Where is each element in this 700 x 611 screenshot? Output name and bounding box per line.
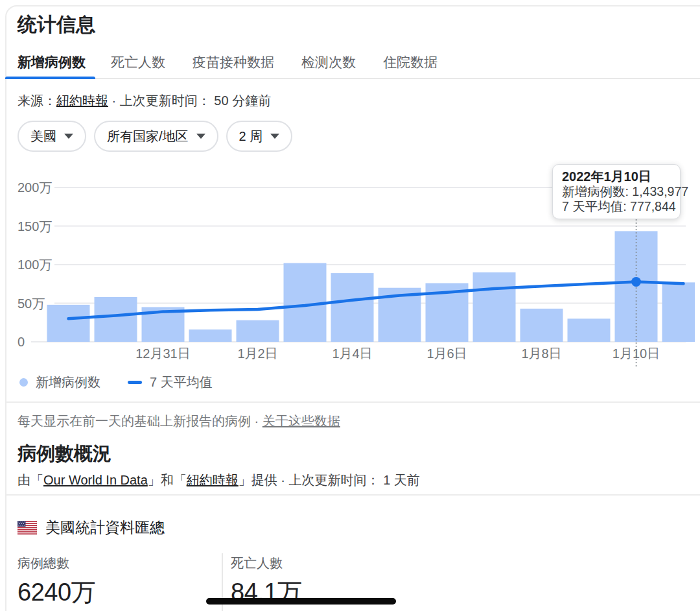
us-flag-icon <box>18 521 37 534</box>
tab-label: 死亡人数 <box>111 53 165 71</box>
source-line: 来源：紐約時報 · 上次更新时间： 50 分鐘前 <box>18 92 271 110</box>
provider-text: 」和「 <box>148 473 187 487</box>
seven-day-avg-legend-label: 7 天平均值 <box>150 374 213 391</box>
y-axis-label: 50万 <box>18 296 45 311</box>
cases-overview-title: 病例數概況 <box>18 441 111 467</box>
chevron-down-icon <box>64 134 73 139</box>
period-filter-dropdown[interactable]: 2 周 <box>226 121 293 152</box>
y-axis-label: 100万 <box>18 258 52 272</box>
nyt-link[interactable]: 紐約時報 <box>187 473 239 487</box>
source-label: 来源： <box>18 93 56 108</box>
country-filter-dropdown[interactable]: 美國 <box>18 121 86 152</box>
provider-text: 由「 <box>18 473 43 487</box>
tab-vaccinations[interactable]: 疫苗接种数据 <box>181 45 286 79</box>
region-filter-dropdown[interactable]: 所有国家/地区 <box>94 121 218 152</box>
provider-text: 」提供 · 上次更新时间： 1 天前 <box>239 473 420 487</box>
source-link[interactable]: 紐約時報 <box>56 93 108 108</box>
bar-9[interactable] <box>473 272 516 342</box>
x-axis-label: 1月2日 <box>237 346 277 361</box>
source-updated: · 上次更新时间： 50 分鐘前 <box>108 93 271 108</box>
summary-header: 美國統計資料匯總 <box>18 518 165 538</box>
bar-1[interactable] <box>95 297 137 342</box>
seven-day-avg-legend-swatch <box>128 381 142 384</box>
chart-footnote: 每天显示在前一天的基础上新报告的病例 · 关于这些数据 <box>18 413 340 430</box>
tooltip-new-cases: 新增病例数: 1,433,977 <box>562 184 671 199</box>
total-cases-stat: 病例總數 6240万 +76.8万 <box>18 555 95 611</box>
x-axis-label: 1月4日 <box>332 346 372 361</box>
summary-title: 美國統計資料匯總 <box>45 518 165 538</box>
x-axis-label: 1月6日 <box>426 346 467 361</box>
bar-11[interactable] <box>568 318 611 342</box>
bar-0[interactable] <box>47 305 90 342</box>
period-filter-value: 2 周 <box>239 128 263 145</box>
region-filter-value: 所有国家/地区 <box>107 128 189 145</box>
y-axis-label: 150万 <box>18 219 52 234</box>
tab-label: 住院数据 <box>383 53 438 71</box>
country-filter-value: 美國 <box>30 128 56 145</box>
tooltip-seven-day-avg: 7 天平均值: 777,844 <box>562 199 671 214</box>
y-axis-label: 200万 <box>18 180 52 195</box>
tab-tests[interactable]: 检测次数 <box>290 45 368 79</box>
tab-deaths[interactable]: 死亡人数 <box>99 45 177 79</box>
provider-line: 由「Our World In Data」和「紐約時報」提供 · 上次更新时间： … <box>18 472 420 489</box>
seven-day-average-line <box>69 282 684 318</box>
y-axis-label: 0 <box>18 335 25 349</box>
section-divider <box>5 494 700 496</box>
owid-link[interactable]: Our World In Data <box>43 473 148 487</box>
footnote-text: 每天显示在前一天的基础上新报告的病例 <box>18 414 251 428</box>
highlight-point[interactable] <box>631 277 641 287</box>
tab-label: 疫苗接种数据 <box>192 53 274 71</box>
stat-value: 6240万 <box>18 576 95 609</box>
cases-chart-area: 050万100万150万200万12月31日1月2日1月4日1月6日1月8日1月… <box>0 162 700 370</box>
covid-statistics-panel: 统计信息 新增病例数 死亡人数 疫苗接种数据 检测次数 住院数据 来源：紐約時報… <box>0 0 700 611</box>
bar-6[interactable] <box>331 273 374 342</box>
page-title: 统计信息 <box>18 12 95 38</box>
chart-tooltip: 2022年1月10日 新增病例数: 1,433,977 7 天平均值: 777,… <box>552 164 681 219</box>
section-divider <box>5 401 700 403</box>
chart-legend: 新增病例数 7 天平均值 <box>19 374 213 391</box>
chevron-down-icon <box>270 134 279 139</box>
new-cases-legend-label: 新增病例数 <box>36 374 100 391</box>
x-axis-label: 1月8日 <box>521 346 561 361</box>
x-axis-label: 12月31日 <box>135 346 191 361</box>
about-data-link[interactable]: 关于这些数据 <box>262 414 340 428</box>
bar-13[interactable] <box>662 282 695 342</box>
stat-label: 病例總數 <box>18 555 95 572</box>
chevron-down-icon <box>196 134 205 139</box>
bar-4[interactable] <box>237 320 279 342</box>
bar-3[interactable] <box>189 329 232 342</box>
black-overlay-bar <box>206 598 396 605</box>
stat-label: 死亡人數 <box>231 555 301 572</box>
tooltip-date: 2022年1月10日 <box>562 169 671 184</box>
tab-new-cases[interactable]: 新增病例数 <box>5 45 95 79</box>
tab-hospitalizations[interactable]: 住院数据 <box>371 45 449 79</box>
bar-10[interactable] <box>520 309 563 342</box>
new-cases-legend-swatch <box>19 378 28 387</box>
filter-bar: 美國 所有国家/地区 2 周 <box>18 121 292 152</box>
tab-bar: 新增病例数 死亡人数 疫苗接种数据 检测次数 住院数据 <box>5 45 449 79</box>
footnote-separator: · <box>255 414 259 428</box>
tab-label: 新增病例数 <box>18 53 86 71</box>
tab-label: 检测次数 <box>301 53 356 71</box>
